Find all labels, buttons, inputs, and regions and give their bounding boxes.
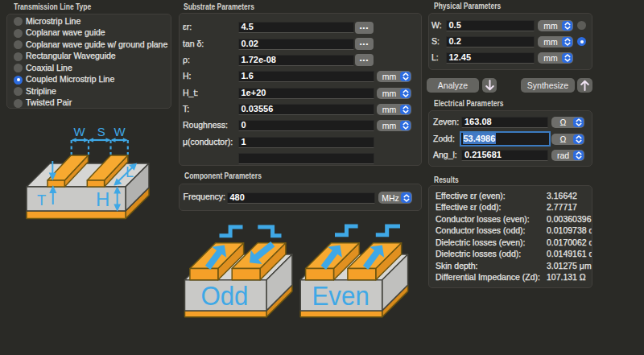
svg-text:T: T xyxy=(37,192,46,208)
svg-text:Odd: Odd xyxy=(200,280,248,312)
svg-text:W: W xyxy=(74,125,86,138)
svg-text:S: S xyxy=(97,125,105,138)
svg-text:W: W xyxy=(114,125,126,138)
svg-text:H: H xyxy=(96,188,109,210)
svg-text:Even: Even xyxy=(312,280,369,312)
